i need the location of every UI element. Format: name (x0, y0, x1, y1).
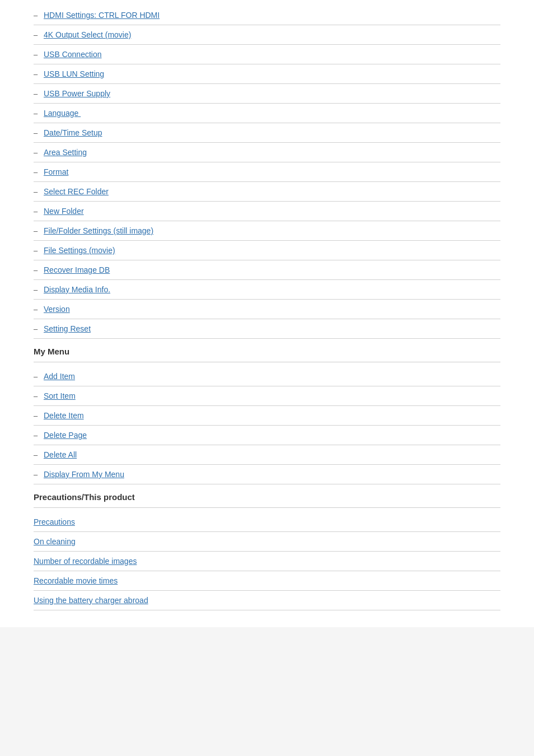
menu-link-precautions-3[interactable]: Recordable movie times (34, 576, 118, 585)
menu-list-setup-menu: HDMI Settings: CTRL FOR HDMI4K Output Se… (34, 6, 500, 339)
list-item: Delete Item (34, 406, 500, 426)
section-header-my-menu: My Menu (34, 339, 500, 362)
menu-link-setup-menu-5[interactable]: Language (44, 109, 81, 118)
menu-link-setup-menu-0[interactable]: HDMI Settings: CTRL FOR HDMI (44, 11, 160, 20)
page-wrapper: HDMI Settings: CTRL FOR HDMI4K Output Se… (0, 0, 534, 627)
list-item: Format (34, 162, 500, 182)
list-item: Display Media Info. (34, 280, 500, 300)
menu-link-setup-menu-14[interactable]: Display Media Info. (44, 285, 110, 294)
list-item: Version (34, 300, 500, 319)
list-item: HDMI Settings: CTRL FOR HDMI (34, 6, 500, 25)
list-item: Precautions (34, 512, 500, 532)
section-setup-menu: HDMI Settings: CTRL FOR HDMI4K Output Se… (34, 6, 500, 339)
menu-link-precautions-0[interactable]: Precautions (34, 517, 75, 526)
list-item: Setting Reset (34, 319, 500, 339)
list-item: Delete All (34, 445, 500, 465)
list-item: Date/Time Setup (34, 123, 500, 143)
menu-link-setup-menu-13[interactable]: Recover Image DB (44, 265, 110, 274)
list-item: Select REC Folder (34, 182, 500, 202)
section-header-precautions: Precautions/This product (34, 484, 500, 508)
menu-link-setup-menu-7[interactable]: Area Setting (44, 148, 87, 157)
list-item: USB Power Supply (34, 84, 500, 104)
list-item: Recordable movie times (34, 571, 500, 591)
list-item: USB Connection (34, 45, 500, 64)
section-precautions: Precautions/This productPrecautionsOn cl… (34, 484, 500, 610)
menu-link-precautions-4[interactable]: Using the battery charger abroad (34, 596, 148, 605)
menu-link-setup-menu-8[interactable]: Format (44, 167, 68, 176)
menu-link-my-menu-2[interactable]: Delete Item (44, 411, 84, 420)
menu-link-setup-menu-15[interactable]: Version (44, 305, 70, 314)
menu-link-setup-menu-9[interactable]: Select REC Folder (44, 187, 109, 196)
list-item: Delete Page (34, 426, 500, 445)
menu-list-precautions: PrecautionsOn cleaningNumber of recordab… (34, 512, 500, 610)
list-item: Language (34, 104, 500, 123)
list-item: On cleaning (34, 532, 500, 552)
menu-link-setup-menu-6[interactable]: Date/Time Setup (44, 128, 102, 137)
menu-link-precautions-2[interactable]: Number of recordable images (34, 557, 137, 566)
menu-link-my-menu-0[interactable]: Add Item (44, 372, 75, 381)
menu-link-my-menu-1[interactable]: Sort Item (44, 391, 76, 400)
menu-link-setup-menu-4[interactable]: USB Power Supply (44, 89, 110, 98)
list-item: Using the battery charger abroad (34, 591, 500, 610)
list-item: Area Setting (34, 143, 500, 162)
menu-link-setup-menu-11[interactable]: File/Folder Settings (still image) (44, 226, 153, 235)
menu-link-my-menu-4[interactable]: Delete All (44, 450, 77, 459)
list-item: Recover Image DB (34, 260, 500, 280)
menu-link-setup-menu-10[interactable]: New Folder (44, 207, 84, 216)
list-item: Sort Item (34, 386, 500, 406)
menu-link-setup-menu-16[interactable]: Setting Reset (44, 324, 91, 333)
menu-link-setup-menu-12[interactable]: File Settings (movie) (44, 246, 115, 255)
section-my-menu: My MenuAdd ItemSort ItemDelete ItemDelet… (34, 339, 500, 484)
list-item: USB LUN Setting (34, 64, 500, 84)
menu-link-setup-menu-3[interactable]: USB LUN Setting (44, 69, 104, 78)
list-item: Number of recordable images (34, 552, 500, 571)
list-item: 4K Output Select (movie) (34, 25, 500, 45)
list-item: File Settings (movie) (34, 241, 500, 260)
menu-link-setup-menu-2[interactable]: USB Connection (44, 50, 102, 59)
list-item: File/Folder Settings (still image) (34, 221, 500, 241)
list-item: Add Item (34, 367, 500, 386)
menu-link-precautions-1[interactable]: On cleaning (34, 537, 76, 546)
list-item: New Folder (34, 202, 500, 221)
list-item: Display From My Menu (34, 465, 500, 484)
menu-list-my-menu: Add ItemSort ItemDelete ItemDelete PageD… (34, 367, 500, 484)
menu-link-my-menu-5[interactable]: Display From My Menu (44, 470, 124, 479)
menu-link-my-menu-3[interactable]: Delete Page (44, 431, 87, 440)
menu-link-setup-menu-1[interactable]: 4K Output Select (movie) (44, 30, 131, 39)
